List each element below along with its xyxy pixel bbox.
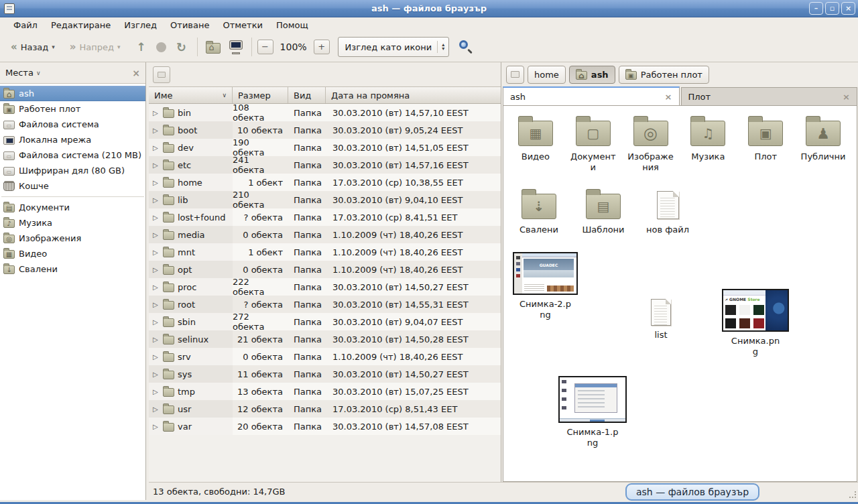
menu-item[interactable]: Отиване <box>164 19 216 32</box>
stop-button[interactable] <box>151 37 172 57</box>
path-button-home[interactable]: home <box>528 66 566 84</box>
menu-item[interactable]: Изглед <box>117 19 164 32</box>
back-button[interactable]: « Назад ▾ <box>5 38 60 56</box>
titlebar[interactable]: ash — файлов браузър – ▫ × <box>0 0 858 17</box>
sidebar-item[interactable]: Файлова система (210 MB) <box>0 147 145 163</box>
expander-icon[interactable]: ▷ <box>153 214 160 221</box>
search-button[interactable] <box>458 40 473 54</box>
sidebar-item[interactable]: Шифриран дял (80 GB) <box>0 163 145 178</box>
expander-icon[interactable]: ▷ <box>153 423 160 430</box>
expander-icon[interactable]: ▷ <box>153 162 160 169</box>
folder-item[interactable]: Документи <box>569 114 617 174</box>
table-row[interactable]: ▷ opt 0 обекта Папка 1.10.2009 (чт) 18,4… <box>149 261 501 278</box>
table-row[interactable]: ▷ tmp 13 обекта Папка 30.03.2010 (вт) 15… <box>149 383 501 400</box>
image-item-snimka2[interactable]: GUADEC Снимка-2.png <box>513 252 578 321</box>
table-row[interactable]: ▷ proc 222 обекта Папка 30.03.2010 (вт) … <box>149 278 501 296</box>
table-row[interactable]: ▷ lib 210 обекта Папка 30.03.2010 (вт) 9… <box>149 191 501 208</box>
sidebar-item[interactable]: Музика <box>0 215 145 231</box>
path-button-ash[interactable]: ash <box>569 66 615 84</box>
file-item-list[interactable]: list <box>651 299 671 340</box>
sidebar-close-icon[interactable]: × <box>132 68 140 78</box>
folder-item[interactable]: Изображения <box>627 114 675 174</box>
menu-item[interactable]: Отметки <box>216 19 269 32</box>
table-row[interactable]: ▷ sys 11 обекта Папка 30.03.2010 (вт) 14… <box>149 365 501 383</box>
table-row[interactable]: ▷ media 0 обекта Папка 1.10.2009 (чт) 18… <box>149 226 501 243</box>
sidebar-item[interactable]: ash <box>0 86 145 101</box>
zoom-in-button[interactable]: + <box>314 40 330 54</box>
table-row[interactable]: ▷ selinux 21 обекта Папка 30.03.2010 (вт… <box>149 330 501 348</box>
expander-icon[interactable]: ▷ <box>153 353 160 361</box>
view-mode-select[interactable]: Изглед като икони ▴▾ <box>338 37 450 57</box>
folder-item[interactable]: Плот <box>741 114 790 162</box>
expander-icon[interactable]: ▷ <box>153 405 160 413</box>
column-header-size[interactable]: Размер <box>233 87 288 103</box>
expander-icon[interactable]: ▷ <box>153 266 160 273</box>
folder-item[interactable]: Свалени <box>511 187 566 235</box>
table-row[interactable]: ▷ bin 108 обекта Папка 30.03.2010 (вт) 1… <box>149 104 501 121</box>
up-button[interactable]: ↑ <box>131 37 151 57</box>
sidebar-item[interactable]: Файлова система <box>0 117 145 132</box>
computer-button[interactable] <box>226 37 246 57</box>
expander-icon[interactable]: ▷ <box>153 336 160 343</box>
menu-item[interactable]: Редактиране <box>44 19 117 32</box>
table-row[interactable]: ▷ etc 241 обекта Папка 30.03.2010 (вт) 1… <box>149 156 501 174</box>
icon-view[interactable]: Видео Документи Изображения Музика Плот <box>503 105 857 482</box>
sidebar-item[interactable]: Документи <box>0 200 145 215</box>
expander-icon[interactable]: ▷ <box>153 109 160 117</box>
tab-ash[interactable]: ash × <box>503 86 680 105</box>
maximize-button[interactable]: ▫ <box>825 2 839 15</box>
taskbar-window-label[interactable]: ash — файлов браузър <box>625 483 759 501</box>
expander-icon[interactable]: ▷ <box>153 371 160 378</box>
folder-item[interactable]: нов файл <box>640 187 695 235</box>
expander-icon[interactable]: ▷ <box>153 179 160 186</box>
expander-icon[interactable]: ▷ <box>153 284 160 291</box>
minimize-button[interactable]: – <box>809 2 823 15</box>
sidebar-item[interactable]: Изображения <box>0 231 145 246</box>
table-row[interactable]: ▷ sbin 272 обекта Папка 30.03.2010 (вт) … <box>149 313 501 330</box>
folder-item[interactable]: Публични <box>799 114 847 162</box>
reload-button[interactable]: ↻ <box>172 37 192 57</box>
path-button-desktop[interactable]: Работен плот <box>619 66 709 84</box>
tab-plot[interactable]: Плот × <box>681 87 858 105</box>
sidebar-item[interactable]: Кошче <box>0 178 145 194</box>
table-row[interactable]: ▷ srv 0 обекта Папка 1.10.2009 (чт) 18,4… <box>149 348 501 365</box>
table-row[interactable]: ▷ home 1 обект Папка 17.03.2010 (ср) 10,… <box>149 174 501 191</box>
table-row[interactable]: ▷ var 20 обекта Папка 30.03.2010 (вт) 14… <box>149 418 501 435</box>
column-header-type[interactable]: Вид <box>288 87 326 103</box>
column-header-name[interactable]: Име∨ <box>149 87 233 103</box>
expander-icon[interactable]: ▷ <box>153 388 160 395</box>
table-row[interactable]: ▷ root ? обекта Папка 30.03.2010 (вт) 14… <box>149 296 501 313</box>
zoom-out-button[interactable]: − <box>257 40 273 54</box>
expander-icon[interactable]: ▷ <box>153 144 160 151</box>
tab-close-icon[interactable]: × <box>665 92 672 102</box>
expander-icon[interactable]: ▷ <box>153 301 160 308</box>
root-path-button[interactable] <box>506 66 524 84</box>
menu-item[interactable]: Файл <box>7 19 44 32</box>
expander-icon[interactable]: ▷ <box>153 249 160 256</box>
table-row[interactable]: ▷ boot 10 обекта Папка 30.03.2010 (вт) 9… <box>149 121 501 139</box>
expander-icon[interactable]: ▷ <box>153 318 160 326</box>
folder-item[interactable]: Видео <box>511 114 560 162</box>
image-item-snimka[interactable]: 🗲 GNOME Store Снимка.png <box>722 289 789 358</box>
chevron-down-icon[interactable]: ∨ <box>36 70 41 76</box>
sidebar-item[interactable]: Свалени <box>0 261 145 277</box>
root-filesystem-button[interactable] <box>153 66 170 83</box>
close-button[interactable]: × <box>841 2 855 15</box>
sidebar-item[interactable]: Работен плот <box>0 101 145 117</box>
expander-icon[interactable]: ▷ <box>153 231 160 239</box>
folder-item[interactable]: Музика <box>684 114 732 162</box>
menu-item[interactable]: Помощ <box>269 19 315 32</box>
sidebar-item[interactable]: Видео <box>0 246 145 261</box>
resize-grip[interactable] <box>849 491 857 499</box>
back-history-arrow[interactable]: ▾ <box>52 44 55 50</box>
home-button[interactable] <box>203 37 223 57</box>
image-item-snimka1[interactable]: Снимка-1.png <box>558 376 627 449</box>
folder-item[interactable]: Шаблони <box>576 187 631 235</box>
tab-close-icon[interactable]: × <box>843 92 850 102</box>
table-row[interactable]: ▷ usr 12 обекта Папка 17.03.2010 (ср) 8,… <box>149 400 501 418</box>
expander-icon[interactable]: ▷ <box>153 127 160 134</box>
table-row[interactable]: ▷ mnt 1 обект Папка 1.10.2009 (чт) 18,40… <box>149 243 501 261</box>
sidebar-item[interactable]: Локална мрежа <box>0 132 145 147</box>
expander-icon[interactable]: ▷ <box>153 196 160 204</box>
forward-button[interactable]: » Напред ▾ <box>64 38 126 56</box>
